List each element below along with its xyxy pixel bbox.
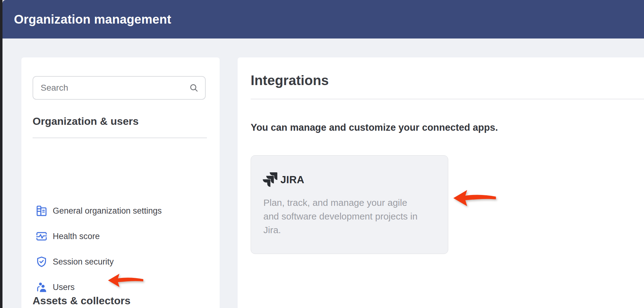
jira-logo-icon	[263, 172, 277, 187]
main-divider	[251, 99, 644, 99]
sidebar-item-health-score[interactable]: Health score	[33, 225, 207, 247]
sidebar-item-label: General organization settings	[53, 206, 162, 216]
annotation-arrow-jira-card	[452, 189, 498, 207]
users-icon	[36, 281, 47, 293]
page-title: Organization management	[14, 12, 171, 26]
main-heading: Integrations	[251, 72, 329, 88]
key-icon	[36, 307, 47, 308]
section-title-organization-users: Organization & users	[33, 115, 139, 127]
sidebar-item-label: Session security	[53, 257, 114, 267]
annotation-arrow-integrations	[106, 273, 145, 288]
health-score-icon	[36, 230, 47, 242]
main-content-panel: Integrations You can manage and customiz…	[238, 57, 644, 308]
search-input[interactable]	[33, 83, 189, 93]
sidebar-item-general-organization-settings[interactable]: General organization settings	[33, 200, 207, 222]
jira-app-name: JIRA	[280, 174, 304, 186]
top-header-bar: Organization management	[2, 0, 644, 38]
main-intro-text: You can manage and customize your connec…	[251, 122, 498, 133]
sidebar-item-session-security[interactable]: Session security	[33, 251, 207, 273]
org-settings-icon	[36, 205, 47, 217]
sidebar-search-box[interactable]	[33, 76, 206, 100]
section-title-assets-collectors: Assets & collectors	[33, 294, 131, 307]
jira-app-description: Plan, track, and manage your agile and s…	[263, 196, 425, 237]
search-icon	[189, 83, 199, 93]
sidebar-divider	[33, 138, 207, 138]
shield-check-icon	[36, 256, 47, 268]
settings-sidebar: Organization & users General organizatio…	[21, 57, 220, 308]
window-edge-strip	[0, 0, 2, 308]
jira-integration-card[interactable]: JIRA Plan, track, and manage your agile …	[251, 155, 448, 254]
sidebar-item-label: Users	[53, 283, 75, 292]
sidebar-menu: General organization settings Health sco…	[33, 200, 207, 308]
sidebar-item-label: Health score	[53, 232, 100, 241]
jira-logo-row: JIRA	[263, 172, 304, 187]
